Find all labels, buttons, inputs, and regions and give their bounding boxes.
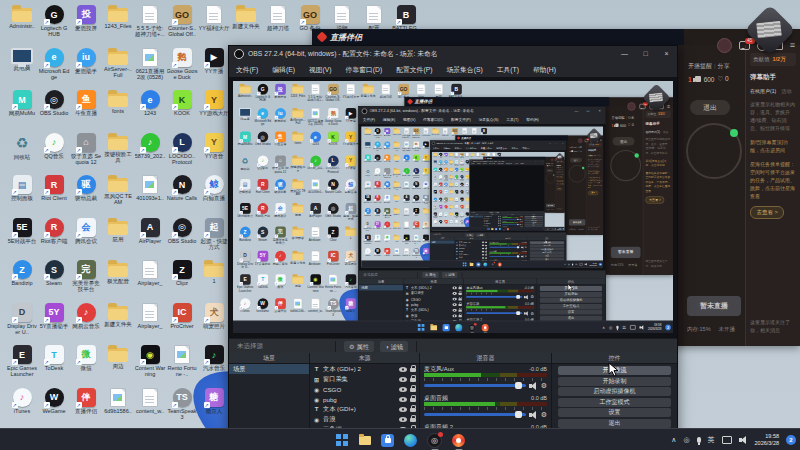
tab-activity[interactable]: 活动 bbox=[782, 88, 792, 94]
control-button[interactable]: 工作室模式 bbox=[558, 398, 671, 407]
scenes-dock-header[interactable]: 场景 bbox=[229, 353, 309, 364]
obs-taskbar-icon[interactable]: ◎ bbox=[427, 433, 442, 448]
desktop-icon[interactable]: 犬 萌宠照片 bbox=[198, 302, 230, 345]
not-live-button[interactable]: 暂未直播 bbox=[687, 296, 741, 316]
volume-slider[interactable] bbox=[424, 413, 526, 416]
desktop-icon[interactable]: e Microsoft Edge bbox=[38, 47, 70, 90]
control-button[interactable]: 退出 bbox=[558, 419, 671, 428]
desktop-icon[interactable]: 鲸 白鲸直播 bbox=[198, 174, 230, 217]
desktop-icon[interactable]: Rento Fortune -.. bbox=[166, 344, 198, 387]
source-row[interactable]: T 文本 (GDI+) bbox=[310, 404, 419, 414]
channel-gear-icon[interactable]: ⚙ bbox=[541, 382, 547, 390]
lock-icon[interactable] bbox=[410, 418, 416, 422]
scene-row[interactable]: 场景 bbox=[229, 364, 309, 374]
desktop-icon[interactable]: 极光配音 bbox=[102, 259, 134, 302]
desktop-icon[interactable]: GO Counter-S.. Global Off.. bbox=[166, 4, 198, 47]
notify-toggle[interactable]: 开播提醒 bbox=[688, 63, 712, 69]
control-button[interactable]: 设置 bbox=[558, 408, 671, 417]
sources-dock-header[interactable]: 来源 bbox=[310, 353, 419, 364]
source-row[interactable]: ⊞ 窗口采集 bbox=[310, 374, 419, 384]
desktop-icon[interactable]: AirServer-.. Full bbox=[102, 47, 134, 90]
desktop-icon[interactable]: ◎ OBS Studio bbox=[38, 89, 70, 132]
lock-icon[interactable] bbox=[410, 368, 416, 372]
desktop-icon[interactable]: 鱼 斗鱼直播 bbox=[70, 89, 102, 132]
desktop-icon[interactable]: Administr.. bbox=[6, 4, 38, 47]
obs-preview[interactable]: Administr.. G Logitech G HUB 投 爱思投屏 1243… bbox=[229, 77, 677, 338]
desktop-icon[interactable]: 驱 驱动总裁 bbox=[70, 174, 102, 217]
source-row[interactable]: ◉ 音浪 bbox=[310, 414, 419, 424]
desktop-icon[interactable]: S Steam bbox=[38, 259, 70, 302]
visibility-eye-icon[interactable] bbox=[399, 387, 407, 392]
desktop-icon[interactable]: ♻ 回收站 bbox=[6, 132, 38, 175]
desktop-icon[interactable]: content_w.. bbox=[134, 387, 166, 430]
lock-icon[interactable] bbox=[410, 408, 416, 412]
obs-menu-item[interactable]: 工具(T) bbox=[490, 65, 526, 75]
companion-taskbar-icon[interactable] bbox=[452, 434, 465, 447]
obs-menu-item[interactable]: 视图(V) bbox=[302, 65, 339, 75]
source-row[interactable]: T 文本 (GDI+) 2 bbox=[310, 364, 419, 374]
desktop-icon[interactable]: 新建文件夹 bbox=[102, 302, 134, 345]
avatar[interactable] bbox=[717, 38, 732, 53]
file-explorer-icon[interactable] bbox=[358, 434, 371, 447]
lock-icon[interactable] bbox=[410, 388, 416, 392]
tray-chevron-icon[interactable]: ∧ bbox=[671, 436, 676, 444]
desktop-icon[interactable]: fonts bbox=[102, 89, 134, 132]
desktop-icon[interactable]: N Nature Calls bbox=[166, 174, 198, 217]
desktop-icon[interactable]: ♪ 网易云音乐 bbox=[70, 302, 102, 345]
desktop-icon[interactable]: M 网易MuMu bbox=[6, 89, 38, 132]
desktop-icon[interactable]: R Riot Client bbox=[38, 174, 70, 217]
maximize-button[interactable]: □ bbox=[635, 46, 656, 62]
desktop-icon[interactable]: Z Clipz bbox=[166, 259, 198, 302]
desktop-icon[interactable]: ♪ 汽水音乐 bbox=[198, 344, 230, 387]
desktop-icon[interactable]: 新建文件夹 bbox=[230, 4, 262, 47]
desktop-icon[interactable]: ◎ OBS Studio bbox=[166, 217, 198, 260]
lock-icon[interactable] bbox=[410, 378, 416, 382]
desktop-icon[interactable]: e 1243 bbox=[134, 89, 166, 132]
edge-browser-icon[interactable] bbox=[404, 434, 417, 447]
visibility-eye-icon[interactable] bbox=[399, 417, 407, 422]
tab-online-users[interactable]: 在线用户(1) bbox=[750, 88, 776, 94]
visibility-eye-icon[interactable] bbox=[399, 407, 407, 412]
obs-menu-item[interactable]: 帮助(H) bbox=[526, 65, 563, 75]
visibility-eye-icon[interactable] bbox=[399, 377, 407, 382]
desktop-icon[interactable]: 超神刀塔 bbox=[262, 4, 294, 47]
obs-menu-item[interactable]: 编辑(E) bbox=[265, 65, 302, 75]
store-icon[interactable] bbox=[381, 434, 394, 447]
desktop-icon[interactable]: 黑风QC TEAM bbox=[102, 174, 134, 217]
notification-badge[interactable]: 2 bbox=[786, 435, 796, 445]
minimize-button[interactable]: — bbox=[614, 46, 635, 62]
desktop-icon[interactable]: K KOOK bbox=[166, 89, 198, 132]
obs-menu-item[interactable]: 文件(F) bbox=[229, 65, 265, 75]
tray-touchpad-icon[interactable] bbox=[722, 436, 732, 444]
desktop-icon[interactable]: 完 完美世界竞技平台 bbox=[70, 259, 102, 302]
desktop-icon[interactable]: R Riot客户端 bbox=[38, 217, 70, 260]
mixer-dock-header[interactable]: 混音器 bbox=[420, 353, 551, 364]
visibility-eye-icon[interactable] bbox=[399, 367, 407, 372]
desktop-icon[interactable]: 6d9b1586.. bbox=[102, 387, 134, 430]
desktop-icon[interactable]: 周边 bbox=[102, 344, 134, 387]
desktop-icon[interactable]: 伴 直播伴侣 bbox=[70, 387, 102, 430]
obs-menu-item[interactable]: 停靠窗口(D) bbox=[339, 65, 390, 75]
desktop-icon[interactable]: Airplayer_ bbox=[134, 302, 166, 345]
volume-slider[interactable] bbox=[424, 384, 526, 387]
desktop-icon[interactable]: A AirPlayer bbox=[134, 217, 166, 260]
desktop-icon[interactable]: ▶ YY开播 bbox=[198, 47, 230, 90]
desktop-icon[interactable]: D Display Driver U.. bbox=[6, 302, 38, 345]
desktop-icon[interactable]: 糖 糖豆人 bbox=[198, 387, 230, 430]
desktop-icon[interactable]: 起 起源 - 快捷方式 bbox=[198, 217, 230, 260]
exit-button[interactable]: 退出 bbox=[690, 100, 730, 115]
desktop-icon[interactable]: 1 bbox=[198, 259, 230, 302]
desktop-icon[interactable]: 0621直播用2改 (0528) bbox=[134, 47, 166, 90]
desktop-icon[interactable]: ◉ Content Warning bbox=[134, 344, 166, 387]
lock-icon[interactable] bbox=[410, 398, 416, 402]
desktop-icon[interactable]: 按键校验工具 bbox=[102, 132, 134, 175]
desktop-icon[interactable]: iu 爱思助手 bbox=[70, 47, 102, 90]
obs-menu-item[interactable]: 配置文件(P) bbox=[389, 65, 439, 75]
speaker-icon[interactable] bbox=[529, 382, 538, 390]
desktop-icon[interactable]: 会 腾讯会议 bbox=[70, 217, 102, 260]
ime-indicator[interactable]: 英 bbox=[708, 435, 715, 445]
desktop-icon[interactable]: E Epic Games Launcher bbox=[6, 344, 38, 387]
properties-button[interactable]: ⚙属性 bbox=[344, 341, 374, 352]
taskbar-clock[interactable]: 19:58 2026/3/28 bbox=[755, 433, 779, 447]
desktop-icon[interactable]: 此电脑 bbox=[6, 47, 38, 90]
